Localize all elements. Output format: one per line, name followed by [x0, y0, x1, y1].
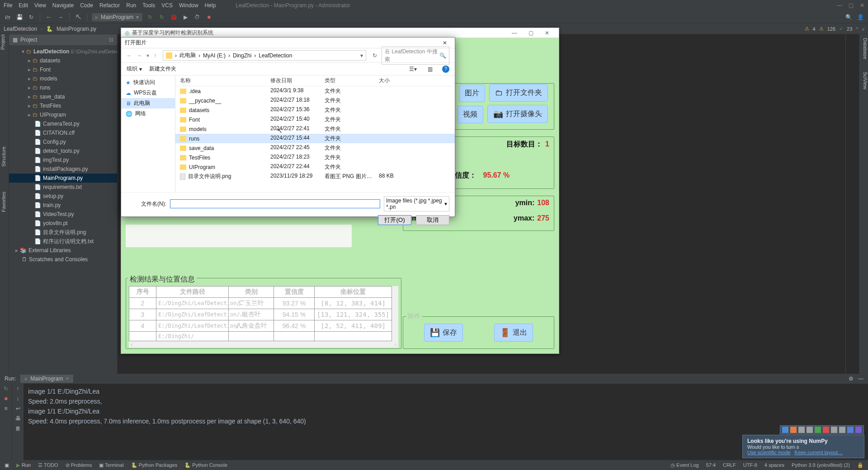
open-image-button[interactable]: 图片	[459, 85, 485, 102]
table-row[interactable]: E:/DingZhi/	[129, 332, 392, 341]
status-caret-pos[interactable]: 57:4	[706, 462, 716, 468]
tree-file[interactable]: 📄程序运行说明文档.txt	[9, 237, 117, 246]
col-type[interactable]: 类型	[325, 77, 379, 85]
tool-icon[interactable]	[847, 427, 854, 433]
numpy-notification[interactable]: Looks like you're using NumPy Would you …	[742, 435, 864, 458]
fd-list-row[interactable]: save_data2024/2/27 22:45文件夹	[175, 143, 455, 153]
search-icon[interactable]: 🔍	[844, 13, 853, 21]
layout-icon[interactable]: ≡	[4, 405, 7, 412]
menu-refactor[interactable]: Refactor	[99, 2, 120, 9]
table-row[interactable]: 3E:/DingZhi/LeafDetection/…银杏叶94.15 %[13…	[129, 309, 392, 320]
fd-list-row[interactable]: .idea2024/3/1 9:38文件夹	[175, 86, 455, 96]
tree-folder[interactable]: ▸🗀UIProgram	[9, 110, 117, 119]
fd-sidebar-item[interactable]: ★快速访问	[121, 77, 175, 88]
maximize-icon[interactable]: ▢	[849, 2, 854, 9]
wrap-icon[interactable]: ↩	[16, 405, 20, 412]
crumb-2[interactable]: DingZhi	[233, 52, 251, 59]
menu-vcs[interactable]: VCS	[161, 2, 173, 9]
fd-list-row[interactable]: __pycache__2024/2/27 18:18文件夹	[175, 96, 455, 105]
menu-run[interactable]: Run	[126, 2, 136, 9]
tree-scratches[interactable]: 🗒Scratches and Consoles	[9, 255, 117, 264]
breadcrumb-project[interactable]: LeafDetection	[4, 26, 37, 32]
avatar-icon[interactable]: 👤	[856, 13, 864, 21]
status-python-console-tab[interactable]: 🐍 Python Console	[184, 462, 227, 468]
run-console[interactable]: image 1/1 E:/DingZhi/Lea Speed: 2.0ms pr…	[24, 384, 868, 460]
th-conf[interactable]: 置信度	[274, 287, 315, 298]
exit-button[interactable]: 🚪退出	[494, 324, 533, 342]
fd-filter-select[interactable]: Image files (*.jpg *.jpeg *.pn ▾	[384, 196, 449, 212]
tree-folder[interactable]: ▸🗀runs	[9, 83, 117, 92]
tree-file[interactable]: 📄目录文件说明.png	[9, 228, 117, 237]
menu-navigate[interactable]: Navigate	[52, 2, 74, 9]
fd-file-list[interactable]: 名称 修改日期 类型 大小 .idea2024/3/1 9:38文件夹__pyc…	[175, 75, 455, 192]
th-idx[interactable]: 序号	[129, 287, 156, 298]
tree-file[interactable]: 📄requirements.txt	[9, 183, 117, 192]
fd-refresh-icon[interactable]: ↻	[373, 52, 377, 59]
crumb-1[interactable]: MyAI (E:)	[203, 52, 226, 59]
status-interpreter[interactable]: Python 3.9 (yolov8test) (2)	[792, 462, 850, 468]
open-camera-button[interactable]: 📷打开摄像头	[487, 105, 548, 123]
fd-open-button[interactable]: 打开(O)	[378, 215, 411, 225]
table-h-scrollbar[interactable]: ‹›	[129, 341, 398, 348]
stop-icon[interactable]: ■	[4, 395, 7, 402]
app-close-icon[interactable]: ✕	[539, 30, 555, 36]
rerun-icon[interactable]: ↻	[158, 13, 166, 21]
th-class[interactable]: 类别	[229, 287, 274, 298]
app-maximize-icon[interactable]: ▢	[523, 30, 539, 36]
tree-file[interactable]: 📄detect_tools.py	[9, 146, 117, 155]
project-tree[interactable]: ▾ 🗀 LeafDetection E:\DingZhi\LeafDetecti…	[9, 45, 117, 266]
structure-tool-label[interactable]: Structure	[0, 145, 7, 169]
project-dropdown-icon[interactable]: ▦	[13, 37, 18, 43]
inspection-indicators[interactable]: ⚠4 ⚠126 ✓23 ^v	[805, 26, 864, 32]
minimize-icon[interactable]: —	[837, 2, 842, 9]
fd-forward-icon[interactable]: →	[137, 52, 142, 59]
project-tool-label[interactable]: Project	[0, 34, 5, 53]
fd-recent-icon[interactable]: ▾	[146, 52, 149, 59]
status-event-log[interactable]: ◷ Event Log	[670, 462, 699, 468]
tree-file[interactable]: 📄MainProgram.py	[9, 174, 117, 183]
col-name[interactable]: 名称	[180, 77, 270, 85]
statusbar-hide-icon[interactable]: ▣	[5, 462, 9, 468]
fd-preview-pane-icon[interactable]: ▥	[425, 65, 435, 74]
tree-folder[interactable]: ▸🗀datasets	[9, 56, 117, 65]
status-encoding[interactable]: UTF-8	[743, 462, 757, 468]
tool-icon[interactable]	[823, 427, 829, 433]
tool-icon[interactable]	[798, 427, 805, 433]
balloon-link-scientific[interactable]: Use scientific mode	[747, 450, 790, 455]
sciview-tool-label[interactable]: SciView	[859, 68, 868, 89]
fd-view-mode-icon[interactable]: ☰▾	[408, 65, 418, 74]
table-scrollbar[interactable]	[392, 286, 398, 341]
rerun-icon[interactable]: ↻	[4, 385, 8, 392]
menu-file[interactable]: File	[4, 2, 12, 9]
crumb-3[interactable]: LeafDetection	[259, 52, 292, 59]
status-lock-icon[interactable]: 🔒	[857, 462, 863, 468]
tool-icon[interactable]	[855, 427, 862, 433]
col-size[interactable]: 大小	[379, 77, 415, 85]
save-icon[interactable]: 💾	[15, 13, 24, 21]
fd-sidebar-item[interactable]: ☁WPS云盘	[121, 88, 175, 98]
fd-organize-menu[interactable]: 组织▾	[127, 65, 142, 73]
tree-file[interactable]: 📄imgTest.py	[9, 155, 117, 164]
fd-list-row[interactable]: Font2024/2/27 15:40文件夹	[175, 115, 455, 124]
clear-icon[interactable]: 🗑	[15, 425, 21, 432]
status-python-packages-tab[interactable]: 🐍 Python Packages	[131, 462, 178, 468]
profile-icon[interactable]: ⏱	[193, 13, 201, 21]
status-problems-tab[interactable]: ⊘ Problems	[66, 462, 92, 468]
fd-up-icon[interactable]: ↑	[154, 52, 156, 59]
fd-cancel-button[interactable]: 取消	[416, 215, 449, 225]
menu-tools[interactable]: Tools	[142, 2, 155, 9]
fd-list-row[interactable]: UIProgram2024/2/27 22:44文件夹	[175, 162, 455, 172]
down-icon[interactable]: ↓	[17, 395, 19, 402]
menu-view[interactable]: View	[34, 2, 46, 9]
gear-icon[interactable]: ⚙	[849, 376, 854, 382]
fd-filename-input[interactable]	[170, 199, 380, 208]
fd-list-row[interactable]: runs2024/2/27 15:44文件夹	[175, 134, 455, 143]
fd-close-icon[interactable]: ✕	[439, 40, 451, 46]
debug-icon[interactable]: 🐞	[170, 13, 178, 21]
fd-back-icon[interactable]: ←	[127, 52, 132, 59]
tree-file[interactable]: 📄CameraTest.py	[9, 119, 117, 128]
status-todo-tab[interactable]: ☰ TODO	[38, 462, 58, 468]
tree-file[interactable]: 📄setup.py	[9, 192, 117, 201]
tree-file[interactable]: 📄yolov8n.pt	[9, 219, 117, 228]
tool-icon[interactable]	[790, 427, 797, 433]
